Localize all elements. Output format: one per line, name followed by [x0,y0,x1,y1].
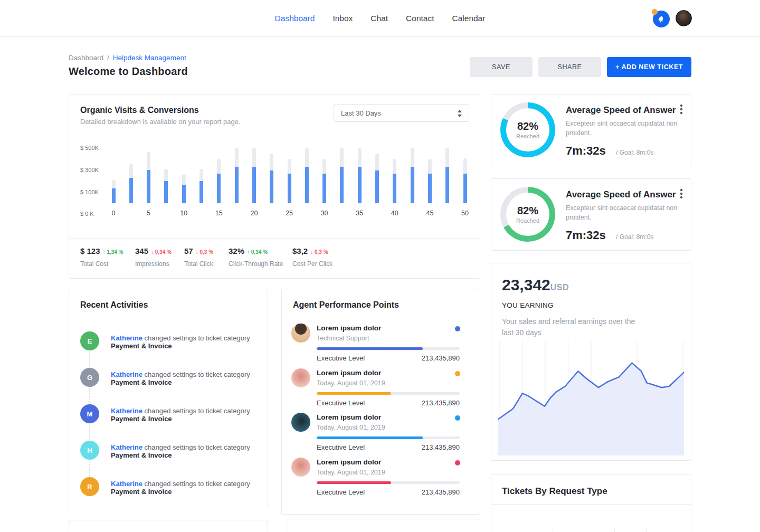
agent-avatar [291,458,310,477]
speed-card-title: Average Speed of Answer [566,105,676,116]
status-dot [455,371,460,376]
bar [340,148,344,203]
activity-avatar: M [80,404,99,423]
earnings-card: 23,342USD YOU EARNING Your sales and ref… [491,263,691,461]
bar-value-segment [235,167,239,203]
add-new-ticket-button[interactable]: + ADD NEW TICKET [607,57,691,77]
bar-value-segment [463,174,467,203]
save-button[interactable]: SAVE [470,57,533,77]
bar [393,159,396,203]
stat-value-row: $3,2↓ 0,3 % [292,246,332,255]
bar-value-segment [182,185,186,203]
activity-user[interactable]: Katherine [111,407,142,415]
bar-value-segment [252,167,256,203]
kebab-menu-icon[interactable] [677,188,686,200]
x-axis-label: 50 [457,210,473,217]
agent-progress-track [317,392,460,395]
activity-user[interactable]: Katherine [111,334,142,342]
nav-item-inbox[interactable]: Inbox [332,14,353,23]
bar-value-segment [305,167,309,203]
tickets-card-title: Tickets By Request Type [502,486,607,497]
stat-delta: ↓ 0,3 % [196,249,213,255]
breadcrumb-helpdesk[interactable]: Helpdesk Management [113,54,186,62]
bar-value-segment [200,181,203,203]
nav-item-dashboard[interactable]: Dashboard [275,14,315,23]
agent-name: Lorem ipsum dolor [317,413,381,421]
earnings-label: YOU EARNING [502,301,554,309]
nav-item-calendar[interactable]: Calendar [452,14,486,23]
activity-user[interactable]: Katherine [111,480,142,488]
share-button[interactable]: SHARE [538,57,601,77]
tickets-by-request-type-card: Tickets By Request Type [491,474,691,532]
speed-card-title: Average Speed of Answer [566,189,676,200]
activity-action: changed settings to ticket category [145,407,250,415]
card-divider [69,238,480,239]
agent-name: Lorem ipsum dolor [317,324,381,332]
nav-item-contact[interactable]: Contact [406,14,434,23]
agent-name: Lorem ipsum dolor [317,369,381,377]
agent-progress-track [317,481,460,484]
stat-item: 32%↑ 0,34 %Click-Through Rate [229,246,283,268]
activity-text: Katherine changed settings to ticket cat… [111,370,259,386]
bar [411,148,414,203]
bar [445,148,449,203]
x-axis-label: 40 [387,210,403,217]
bar [463,158,467,203]
activity-list-item: MKatherine changed settings to ticket ca… [69,404,269,436]
y-axis-label: $ 100K [80,189,103,195]
x-axis-label: 0 [106,210,121,217]
notifications-button[interactable] [652,10,670,27]
bar [164,169,168,203]
bar-value-segment [164,181,168,203]
agent-subtitle: Today, August 01, 2019 [317,424,385,431]
stat-item: 57↓ 0,3 %Total Click [184,246,213,268]
bar [252,148,256,203]
stat-value-row: 57↓ 0,3 % [184,246,213,255]
agent-progress-fill [317,392,391,395]
gridline [614,527,615,532]
stat-value-row: 345↓ 0,34 % [135,246,172,255]
gridline [678,527,678,532]
agent-progress-fill [317,347,423,350]
dashboard-page: Dashboard Inbox Chat Contact Calendar Da… [0,0,760,532]
donut-center: 82% Reached [506,108,549,151]
agent-avatar [291,324,310,343]
stat-value-row: 32%↑ 0,34 % [229,246,283,255]
activity-avatar: H [80,441,99,460]
stat-label: Total Cost [80,260,123,268]
main-nav: Dashboard Inbox Chat Contact Calendar [0,0,760,37]
bar [288,159,291,203]
nav-item-chat[interactable]: Chat [370,14,388,23]
donut-reached-label: Reached [516,217,539,224]
bar [322,159,326,203]
agent-level-label: Executive Level [317,443,365,451]
kebab-menu-icon[interactable] [677,104,686,116]
stat-delta: ↑ 0,34 % [247,249,268,255]
user-avatar[interactable] [676,10,692,26]
stat-delta: ↓ 0,3 % [310,249,328,255]
donut-percent: 82% [517,120,538,132]
breadcrumb-dashboard[interactable]: Dashboard [69,54,103,62]
agent-progress-fill [317,481,391,484]
x-axis-label: 35 [352,210,367,217]
status-dot [455,460,460,466]
stat-value: 57 [184,246,193,255]
activity-user[interactable]: Katherine [111,370,142,378]
agent-progress-track [317,436,460,439]
speed-time-value: 7m:32s [566,144,606,158]
activity-category: Payment & Invoice [111,488,172,496]
earnings-area-chart [498,338,684,455]
top-navigation-bar: Dashboard Inbox Chat Contact Calendar [0,0,760,37]
activity-user[interactable]: Katherine [111,443,142,451]
agent-points-value: 213,435,890 [377,399,460,407]
bar [129,164,133,203]
activity-category: Payment & Invoice [111,451,172,459]
activity-category: Payment & Invoice [111,342,172,350]
bar-value-segment [445,167,449,203]
stat-delta: ↑ 1,34 % [103,249,124,255]
stat-label: Total Click [184,260,213,268]
activity-text: Katherine changed settings to ticket cat… [111,480,259,496]
bar [112,180,116,203]
agent-subtitle: Today, August 01, 2019 [317,379,385,387]
x-axis-label: 25 [281,210,297,217]
